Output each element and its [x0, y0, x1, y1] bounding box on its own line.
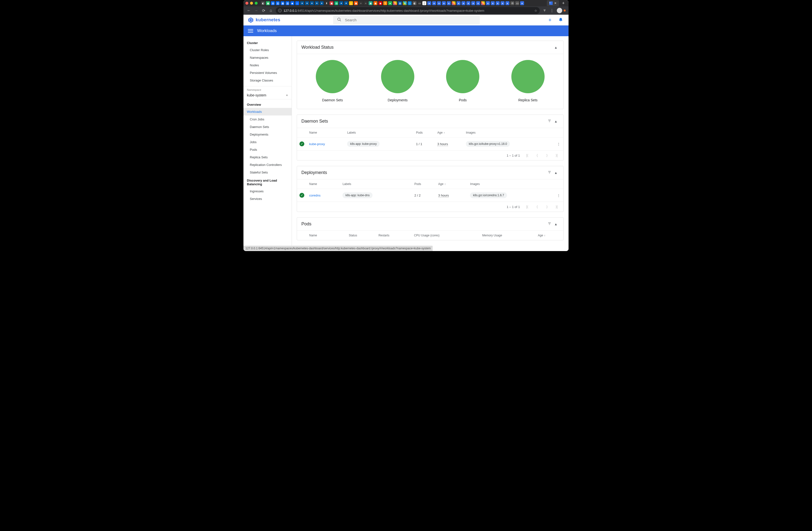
pinned-tab[interactable]: ⎈ [462, 1, 465, 5]
sidebar-item-services[interactable]: Services [244, 195, 292, 202]
filter-icon[interactable] [546, 170, 553, 175]
sidebar-item-jobs[interactable]: Jobs [244, 138, 292, 146]
sidebar-item-storage-classes[interactable]: Storage Classes [244, 76, 292, 84]
pinned-tab[interactable]: ⎈ [437, 1, 441, 5]
sidebar-heading-overview[interactable]: Overview [244, 100, 292, 108]
sidebar-item-stateful-sets[interactable]: Stateful Sets [244, 169, 292, 176]
sidebar-item-cron-jobs[interactable]: Cron Jobs [244, 115, 292, 123]
pinned-tab[interactable]: ◐ [412, 1, 417, 5]
pinned-tab[interactable]: ▣ [330, 1, 333, 5]
pinned-tab[interactable]: ⎈ [506, 1, 509, 5]
col-images[interactable]: Images [463, 128, 554, 138]
col-labels[interactable]: Labels [345, 128, 414, 138]
pinned-tab[interactable]: ✦ [300, 1, 304, 5]
sidebar-item-persistent-volumes[interactable]: Persistent Volumes [244, 69, 292, 76]
col-images[interactable]: Images [468, 179, 554, 189]
pinned-tab[interactable]: ✦ [310, 1, 314, 5]
pinned-tab[interactable]: G [393, 1, 397, 5]
pinned-tab[interactable]: ⟨⟩ [408, 1, 411, 5]
resource-link[interactable]: kube-proxy [307, 138, 345, 151]
maximize-window-button[interactable] [255, 2, 258, 5]
sidebar-item-deployments[interactable]: Deployments [244, 131, 292, 138]
close-tab-icon[interactable]: ✕ [554, 1, 556, 5]
resource-link[interactable]: coredns [307, 189, 340, 202]
row-menu-button[interactable]: ⋮ [554, 138, 563, 151]
sidebar-item-ingresses[interactable]: Ingresses [244, 187, 292, 195]
next-page-button[interactable]: ⟩ [545, 205, 549, 209]
sidebar-item-pods[interactable]: Pods [244, 146, 292, 153]
sidebar-item-cluster-roles[interactable]: Cluster Roles [244, 46, 292, 54]
pinned-tab[interactable]: ⎈ [501, 1, 505, 5]
pinned-tab[interactable]: ⎈ [432, 1, 436, 5]
pinned-tab[interactable]: ⊞ [403, 1, 407, 5]
pinned-tab[interactable]: ◉ [374, 1, 377, 5]
pinned-tab[interactable]: ▤ [398, 1, 402, 5]
pinned-tab[interactable]: ✦ [339, 1, 343, 5]
pinned-tab[interactable]: ○ [364, 1, 368, 5]
search-box[interactable] [333, 16, 480, 25]
new-tab-button[interactable]: + [560, 1, 567, 6]
filter-icon[interactable] [546, 119, 553, 124]
col-name[interactable]: Name [307, 231, 335, 240]
kubernetes-logo[interactable]: kubernetes [248, 17, 280, 23]
create-button[interactable]: + [547, 17, 553, 23]
sidebar-item-nodes[interactable]: Nodes [244, 61, 292, 69]
pinned-tab[interactable]: G [452, 1, 455, 5]
col-age[interactable]: Age↑ [435, 128, 463, 138]
sidebar-item-replica-sets[interactable]: Replica Sets [244, 153, 292, 161]
col-restarts[interactable]: Restarts [376, 231, 411, 240]
pinned-tab[interactable]: ⎈ [442, 1, 446, 5]
pinned-tab[interactable]: ⎈ [496, 1, 499, 5]
collapse-icon[interactable] [553, 170, 559, 175]
col-cpu[interactable]: CPU Usage (cores) [411, 231, 480, 240]
site-info-icon[interactable]: i [278, 9, 281, 12]
pinned-tab[interactable]: ▤ [334, 1, 338, 5]
close-window-button[interactable] [245, 2, 248, 5]
pinned-tab[interactable]: ⎈ [476, 1, 480, 5]
pinned-tab[interactable]: ● [388, 1, 392, 5]
last-page-button[interactable]: ⟩| [554, 205, 559, 209]
pinned-tab[interactable]: ▭ [515, 1, 519, 5]
sidebar-item-daemon-sets[interactable]: Daemon Sets [244, 123, 292, 131]
pinned-tab[interactable]: ✦ [320, 1, 324, 5]
pinned-tab[interactable]: ⎈ [486, 1, 490, 5]
pinned-tab[interactable]: ○ [359, 1, 363, 5]
search-input[interactable] [345, 18, 476, 22]
pinned-tab[interactable]: ◉ [378, 1, 382, 5]
col-pods[interactable]: Pods [412, 179, 436, 189]
pinned-tab[interactable]: ◆ [290, 1, 294, 5]
row-menu-button[interactable]: ⋮ [554, 189, 563, 202]
prev-page-button[interactable]: ⟨ [535, 205, 539, 209]
col-name[interactable]: Name [307, 179, 340, 189]
col-status[interactable]: Status [346, 231, 376, 240]
col-mem[interactable]: Memory Usage [480, 231, 536, 240]
collapse-icon[interactable] [553, 45, 559, 50]
minimize-window-button[interactable] [250, 2, 253, 5]
prev-page-button[interactable]: ⟨ [535, 153, 539, 157]
pinned-tab[interactable]: ▣ [354, 1, 358, 5]
active-tab[interactable]: ⎈ ✕ [547, 0, 559, 6]
pinned-tab[interactable]: ⟲ [510, 1, 514, 5]
pinned-tab[interactable]: S [383, 1, 387, 5]
last-page-button[interactable]: ⟩| [554, 153, 559, 157]
pinned-tab[interactable]: ▣ [266, 1, 270, 5]
reload-button[interactable]: ⟳ [261, 8, 266, 13]
hamburger-menu-icon[interactable] [248, 28, 253, 33]
first-page-button[interactable]: |⟨ [525, 205, 530, 209]
forward-button[interactable]: → [254, 8, 259, 13]
col-age[interactable]: Age↑ [536, 231, 563, 240]
col-name[interactable]: Name [307, 128, 345, 138]
pinned-tab[interactable]: ⎈ [520, 1, 524, 5]
pinned-tab[interactable]: ✦ [344, 1, 348, 5]
pinned-tab[interactable]: ◇ [295, 1, 299, 5]
extension-icon[interactable]: ▼ [542, 8, 547, 13]
sidebar-item-replication-controllers[interactable]: Replication Controllers [244, 161, 292, 169]
pinned-tab[interactable]: ▥ [276, 1, 280, 5]
col-age[interactable]: Age↑ [436, 179, 468, 189]
back-button[interactable]: ← [246, 8, 251, 13]
pinned-tab[interactable]: ⎈ [491, 1, 495, 5]
address-bar[interactable]: i 127.0.0.1:64514/api/v1/namespaces/kube… [276, 7, 540, 14]
pinned-tab[interactable]: ✦ [305, 1, 309, 5]
pinned-tab[interactable]: ▦ [280, 1, 285, 5]
collapse-icon[interactable] [553, 119, 559, 124]
